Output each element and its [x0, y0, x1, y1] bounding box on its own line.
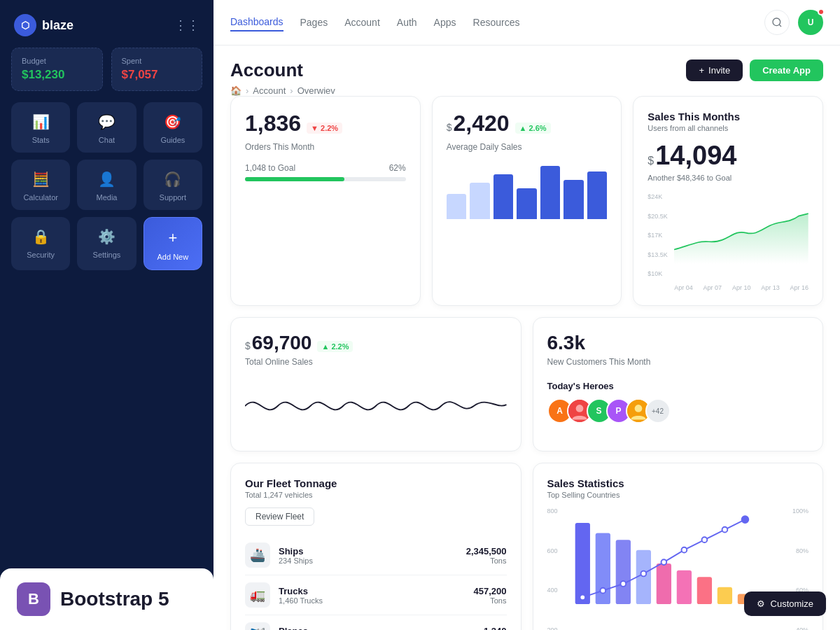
add-icon: + — [168, 229, 177, 247]
sliders-icon: ⚙ — [757, 598, 765, 609]
customers-card: 6.3k New Customers This Month Today's He… — [533, 317, 824, 451]
bar-7 — [587, 172, 608, 219]
wavy-chart — [245, 378, 507, 434]
orders-badge: ▼ 2.2% — [307, 122, 342, 134]
svg-point-4 — [634, 405, 642, 412]
user-avatar[interactable]: U — [798, 10, 823, 35]
trucks-count: 1,460 Trucks — [279, 596, 323, 605]
avg-sales-label: Average Daily Sales — [447, 142, 608, 152]
sidebar: ⬡ blaze ⋮⋮ Budget $13,230 Spent $7,057 📊… — [0, 0, 214, 630]
avg-sales-badge: ▲ 2.6% — [515, 122, 551, 134]
sidebar-item-stats[interactable]: 📊 Stats — [11, 102, 70, 153]
sales-stats-sub: Top Selling Countries — [547, 491, 809, 499]
svg-point-15 — [600, 588, 606, 594]
progress-bar-bg — [245, 177, 406, 181]
page-header-wrap: Account 🏠 › Account › Overwiev + Invite … — [214, 46, 840, 96]
fleet-row-planes: ✈️ Planes 8 Aircrafts 1,240 Tons — [245, 615, 507, 630]
bar-3 — [493, 174, 514, 219]
online-sales-card: $ 69,700 ▲ 2.2% Total Online Sales — [230, 317, 522, 451]
bar-4 — [517, 188, 537, 219]
spent-value: $7,057 — [122, 68, 192, 82]
tab-resources[interactable]: Resources — [473, 14, 520, 31]
page-header-left: Account 🏠 › Account › Overwiev — [230, 59, 335, 96]
heroes-avatars: A S P +42 — [547, 398, 809, 424]
avg-sales-value: 2,420 — [453, 111, 509, 136]
bar-1 — [447, 194, 467, 219]
svg-rect-11 — [696, 577, 711, 604]
online-sales-badge: ▲ 2.2% — [317, 341, 353, 352]
customize-button[interactable]: ⚙ Customize — [744, 592, 826, 616]
tab-apps[interactable]: Apps — [434, 14, 456, 31]
ships-count: 234 Ships — [279, 556, 313, 565]
logo-icon: ⬡ — [14, 14, 36, 36]
progress-bar-fill — [245, 177, 344, 181]
plus-icon: + — [699, 65, 704, 76]
tab-dashboards[interactable]: Dashboards — [230, 13, 284, 31]
sidebar-item-calculator[interactable]: 🧮 Calculator — [11, 160, 70, 210]
create-app-button[interactable]: Create App — [750, 59, 823, 81]
svg-rect-12 — [717, 587, 732, 604]
logo-area: ⬡ blaze — [14, 14, 74, 36]
planes-amount: 1,240 — [484, 626, 507, 631]
sales-month-prefix: $ — [648, 155, 654, 167]
svg-point-14 — [580, 594, 585, 600]
sidebar-item-chat[interactable]: 💬 Chat — [77, 102, 136, 153]
sidebar-header: ⬡ blaze ⋮⋮ — [0, 0, 214, 48]
sidebar-item-add-new[interactable]: + Add New — [144, 217, 202, 270]
nav-grid: 📊 Stats 💬 Chat 🎯 Guides 🧮 Calculator 👤 M… — [0, 102, 214, 276]
invite-button[interactable]: + Invite — [686, 59, 743, 81]
nav-tabs: Dashboards Pages Account Auth Apps Resou… — [230, 13, 519, 31]
search-button[interactable] — [764, 10, 790, 35]
bar-5 — [540, 166, 561, 219]
tab-pages[interactable]: Pages — [300, 14, 328, 31]
stats-row: 1,836 ▼ 2.2% Orders This Month 1,048 to … — [230, 96, 823, 306]
avg-sales-card: $ 2,420 ▲ 2.6% Average Daily Sales — [432, 96, 622, 306]
support-icon: 🎧 — [164, 171, 181, 188]
spent-card: Spent $7,057 — [111, 48, 203, 91]
media-icon: 👤 — [98, 171, 115, 188]
svg-rect-10 — [676, 570, 691, 604]
mini-bar-chart — [447, 163, 608, 219]
customers-value: 6.3k — [547, 332, 809, 354]
breadcrumb-sep2: › — [290, 85, 293, 96]
breadcrumb-home: 🏠 — [230, 85, 241, 96]
sales-month-goal: Another $48,346 to Goal — [648, 174, 808, 182]
row2: $ 69,700 ▲ 2.2% Total Online Sales 6.3k … — [230, 317, 823, 451]
dashboard-scroll: 1,836 ▼ 2.2% Orders This Month 1,048 to … — [214, 96, 840, 630]
progress-label: 1,048 to Goal — [245, 163, 295, 173]
svg-point-22 — [741, 516, 748, 523]
sidebar-item-security[interactable]: 🔒 Security — [11, 217, 70, 270]
sidebar-item-support-label: Support — [160, 193, 187, 202]
sales-month-title: Sales This Months — [648, 111, 808, 122]
planes-icon: ✈️ — [245, 622, 270, 630]
svg-point-17 — [640, 571, 646, 577]
online-sales-label: Total Online Sales — [245, 357, 507, 367]
sidebar-item-calculator-label: Calculator — [23, 193, 58, 202]
budget-value: $13,230 — [22, 68, 92, 82]
guides-icon: 🎯 — [164, 113, 181, 130]
ships-unit: Tons — [466, 556, 507, 565]
customers-label: New Customers This Month — [547, 357, 809, 367]
sidebar-item-stats-label: Stats — [32, 136, 50, 144]
sidebar-item-support[interactable]: 🎧 Support — [144, 160, 202, 210]
sidebar-item-guides[interactable]: 🎯 Guides — [144, 102, 202, 153]
tab-auth[interactable]: Auth — [397, 14, 417, 31]
trucks-icon: 🚛 — [245, 582, 270, 608]
tab-account[interactable]: Account — [344, 14, 380, 31]
sidebar-item-settings-label: Settings — [93, 251, 121, 259]
heroes-section: Today's Heroes A S P +42 — [547, 381, 809, 424]
fleet-row-trucks: 🚛 Trucks 1,460 Trucks 457,200 Tons — [245, 575, 507, 615]
sidebar-item-media[interactable]: 👤 Media — [77, 160, 136, 210]
svg-point-19 — [681, 547, 687, 553]
breadcrumb-overview: Overwiev — [298, 85, 335, 96]
svg-point-16 — [620, 581, 626, 587]
fleet-section: Our Fleet Tonnage Total 1,247 vehicles R… — [230, 463, 823, 630]
svg-point-18 — [661, 559, 666, 565]
svg-rect-5 — [575, 523, 589, 604]
menu-icon[interactable]: ⋮⋮ — [174, 18, 200, 33]
top-nav-right: U — [764, 10, 823, 35]
page-title: Account — [230, 59, 335, 81]
planes-name: Planes — [279, 626, 313, 631]
review-fleet-button[interactable]: Review Fleet — [245, 507, 314, 526]
sidebar-item-settings[interactable]: ⚙️ Settings — [77, 217, 136, 270]
